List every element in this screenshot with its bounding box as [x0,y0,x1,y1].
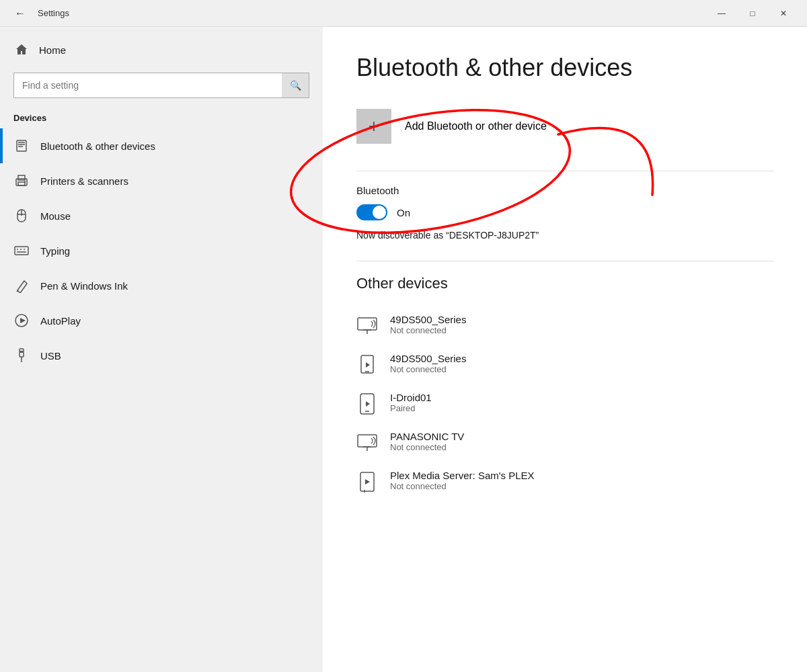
toggle-on-label: On [397,207,410,218]
device-icon-2 [356,354,378,376]
phone-icon [356,393,378,415]
search-button[interactable]: 🔍 [282,73,309,97]
device-status-3: Paired [390,403,432,413]
tv-icon-1 [356,315,378,337]
main-content: Bluetooth & other devices + Add Bluetoot… [323,27,807,672]
svg-marker-17 [20,318,26,323]
divider-bluetooth [356,171,773,171]
svg-rect-6 [18,182,25,185]
device-item[interactable]: I-Droid01 Paired [356,384,773,423]
device-status-5: Not connected [390,481,535,491]
sidebar-section-label: Devices [0,105,323,128]
nav-label-pen: Pen & Windows Ink [40,280,128,292]
minimize-button[interactable]: — [706,0,737,27]
svg-rect-21 [358,318,377,330]
sidebar-item-autoplay[interactable]: AutoPlay [0,303,323,338]
device-info-4: PANASONIC TV Not connected [390,431,464,452]
home-label: Home [39,44,66,56]
search-box: 🔍 [13,73,309,98]
device-info-3: I-Droid01 Paired [390,392,432,413]
device-name-3: I-Droid01 [390,392,432,403]
printer-icon [13,173,30,189]
window-controls: — □ ✕ [706,0,799,27]
device-item[interactable]: PANASONIC TV Not connected [356,423,773,462]
usb-icon [13,347,30,364]
svg-marker-35 [365,479,370,485]
content-area: Home 🔍 Devices [0,27,807,672]
device-info-2: 49DS500_Series Not connected [390,353,466,374]
maximize-button[interactable]: □ [737,0,768,27]
window-title: Settings [32,8,706,18]
tv-icon-2 [356,432,378,454]
svg-rect-20 [20,351,23,353]
discoverable-text: Now discoverable as “DESKTOP-J8JUP2T” [356,230,773,241]
bluetooth-toggle[interactable] [356,204,387,220]
device-name-4: PANASONIC TV [390,431,464,442]
sidebar-item-pen[interactable]: Pen & Windows Ink [0,268,323,303]
sidebar-item-usb[interactable]: USB [0,338,323,373]
other-devices-title: Other devices [356,275,773,292]
device-info-5: Plex Media Server: Sam's PLEX Not connec… [390,470,535,491]
add-device-button[interactable]: + Add Bluetooth or other device [356,102,773,151]
device-name-1: 49DS500_Series [390,314,466,325]
device-status-2: Not connected [390,364,466,374]
device-info-1: 49DS500_Series Not connected [390,314,466,335]
nav-label-autoplay: AutoPlay [40,315,81,327]
nav-label-printers: Printers & scanners [40,175,128,187]
svg-rect-5 [18,175,25,180]
search-input[interactable] [14,75,282,96]
svg-rect-11 [15,247,28,255]
page-title: Bluetooth & other devices [356,54,773,82]
divider-other [356,261,773,261]
device-item[interactable]: Plex Media Server: Sam's PLEX Not connec… [356,462,773,501]
bluetooth-toggle-row: On [356,204,773,220]
toggle-knob [373,206,386,219]
close-button[interactable]: ✕ [768,0,799,27]
svg-rect-30 [358,435,377,447]
device-status-1: Not connected [390,325,466,335]
nav-label-typing: Typing [40,245,70,257]
titlebar: ← Settings — □ ✕ [0,0,807,27]
bluetooth-icon [13,138,30,154]
nav-label-mouse: Mouse [40,210,71,222]
device-item[interactable]: 49DS500_Series Not connected [356,306,773,345]
sidebar-item-home[interactable]: Home [0,34,323,66]
device-status-4: Not connected [390,442,464,452]
plus-icon: + [356,109,391,144]
mouse-icon [13,208,30,224]
svg-marker-29 [366,401,370,407]
sidebar: Home 🔍 Devices [0,27,323,672]
nav-label-usb: USB [40,350,61,362]
keyboard-icon [13,243,30,259]
add-device-label: Add Bluetooth or other device [405,120,547,132]
sidebar-item-typing[interactable]: Typing [0,233,323,268]
svg-point-7 [24,181,26,182]
device-item[interactable]: 49DS500_Series Not connected [356,345,773,384]
back-button[interactable]: ← [8,1,32,26]
server-icon [356,471,378,493]
device-name-2: 49DS500_Series [390,353,466,364]
sidebar-item-mouse[interactable]: Mouse [0,198,323,233]
sidebar-item-printers[interactable]: Printers & scanners [0,163,323,198]
sidebar-item-bluetooth[interactable]: Bluetooth & other devices [0,128,323,163]
autoplay-icon [13,312,30,329]
bluetooth-label: Bluetooth [356,185,773,196]
nav-label-bluetooth: Bluetooth & other devices [40,140,155,152]
search-icon: 🔍 [290,80,301,91]
device-name-5: Plex Media Server: Sam's PLEX [390,470,535,481]
pen-icon [13,278,30,294]
svg-marker-26 [366,362,370,368]
home-icon [13,42,30,58]
